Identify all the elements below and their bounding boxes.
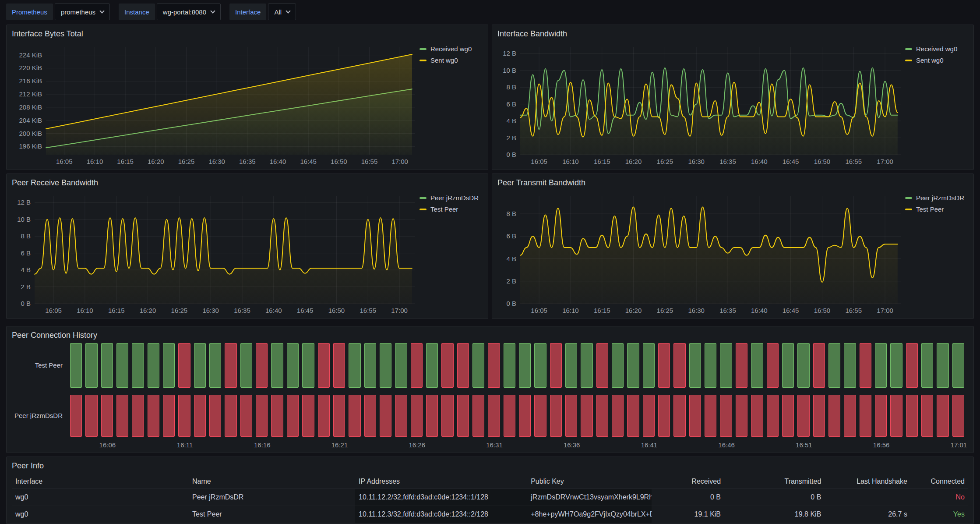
y-axis-label: 0 B xyxy=(506,151,516,158)
interface-bytes-total-chart[interactable]: 224 KiB220 KiB216 KiB212 KiB208 KiB204 K… xyxy=(9,42,419,167)
legend: Received wg0Sent wg0 xyxy=(419,45,484,64)
table-cell: 0 B xyxy=(724,489,825,506)
panel-interface-bandwidth: Interface Bandwidth 12 B10 B8 B6 B4 B2 B… xyxy=(492,25,974,170)
panel-peer-receive-bandwidth: Peer Receive Bandwidth 12 B10 B8 B6 B4 B… xyxy=(6,173,488,319)
timeline-state-down xyxy=(720,395,732,437)
column-header[interactable]: Public Key xyxy=(527,474,652,489)
timeline-state-down xyxy=(225,395,236,437)
series-fill xyxy=(520,82,898,155)
x-axis-label: 17:00 xyxy=(391,307,408,314)
timeline-state-down xyxy=(673,343,685,388)
variable-interface: Interface All xyxy=(229,4,296,20)
timeline-state-down xyxy=(101,395,113,437)
table-cell: Peer jRzmDsDR xyxy=(189,489,355,506)
timeline-state-down xyxy=(550,343,562,388)
table-row: wg0Peer jRzmDsDR10.11.12.2/32,fdfd:d3ad:… xyxy=(12,489,968,506)
x-axis-label: 16:50 xyxy=(328,307,345,314)
column-header[interactable]: Transmitted xyxy=(724,474,825,489)
y-axis-label: 12 B xyxy=(17,198,31,206)
y-axis-label: 2 B xyxy=(506,277,516,285)
timeline-state-down xyxy=(70,395,82,437)
peer-receive-bandwidth-chart[interactable]: 12 B10 B8 B6 B4 B2 B0 B16:0516:1016:1516… xyxy=(9,191,419,316)
variable-select-interface[interactable]: All xyxy=(268,4,296,20)
legend-item[interactable]: Test Peer xyxy=(905,205,970,213)
legend-item[interactable]: Peer jRzmDsDR xyxy=(419,194,484,202)
interface-bandwidth-chart[interactable]: 12 B10 B8 B6 B4 B2 B0 B16:0516:1016:1516… xyxy=(495,42,904,167)
table-cell: +8he+pyWH7Oa9g2FVjIxQzy04brLX+D xyxy=(527,506,652,523)
timeline-state-down xyxy=(627,395,639,437)
legend-item[interactable]: Received wg0 xyxy=(419,45,484,53)
legend-item[interactable]: Received wg0 xyxy=(905,45,970,53)
variable-instance: Instance wg-portal:8080 xyxy=(119,4,221,20)
x-axis-label: 16:15 xyxy=(117,158,134,165)
panel-title[interactable]: Interface Bandwidth xyxy=(497,29,567,39)
x-axis-label: 16:40 xyxy=(751,307,768,314)
chart-svg[interactable]: 12 B10 B8 B6 B4 B2 B0 B16:0516:1016:1516… xyxy=(9,191,419,316)
panel-title[interactable]: Interface Bytes Total xyxy=(12,29,83,39)
timeline-state-down xyxy=(519,395,531,437)
timeline-state-up xyxy=(581,343,592,388)
panel-title[interactable]: Peer Receive Bandwidth xyxy=(12,178,98,188)
y-axis-label: 6 B xyxy=(21,249,31,257)
legend-label: Test Peer xyxy=(916,205,944,213)
x-axis-label: 16:25 xyxy=(657,158,673,165)
timeline-state-down xyxy=(318,343,330,388)
table-header-row: InterfaceNameIP AddressesPublic KeyRecei… xyxy=(12,474,968,489)
timeline-state-down xyxy=(565,395,577,437)
panel-title[interactable]: Peer Transmit Bandwidth xyxy=(497,178,585,188)
timeline-state-up xyxy=(875,343,887,388)
timeline-state-down xyxy=(132,395,144,437)
legend-label: Test Peer xyxy=(430,205,458,213)
panel-title[interactable]: Peer Info xyxy=(12,461,44,471)
chart-svg[interactable]: 8 B6 B4 B2 B0 B16:0516:1016:1516:2016:25… xyxy=(495,191,904,316)
panel-title[interactable]: Peer Connection History xyxy=(12,331,97,340)
x-axis-label: 16:20 xyxy=(625,307,642,314)
y-axis-label: 10 B xyxy=(17,216,31,223)
legend-item[interactable]: Peer jRzmDsDR xyxy=(905,194,970,202)
column-header[interactable]: Received xyxy=(652,474,724,489)
timeline-state-up xyxy=(627,343,639,388)
y-axis-label: 2 B xyxy=(506,134,516,142)
x-axis-label: 16:51 xyxy=(796,441,812,449)
x-axis-label: 16:15 xyxy=(108,307,125,314)
timeline-state-down xyxy=(426,395,438,437)
variable-select-instance[interactable]: wg-portal:8080 xyxy=(157,4,221,20)
y-axis-label: 6 B xyxy=(506,232,516,240)
x-axis-label: 16:30 xyxy=(688,307,705,314)
legend-item[interactable]: Sent wg0 xyxy=(419,57,484,64)
column-header[interactable]: Connected xyxy=(911,474,968,489)
timeline-state-up xyxy=(70,343,82,388)
column-header[interactable]: Interface xyxy=(12,474,189,489)
legend: Received wg0Sent wg0 xyxy=(905,45,970,64)
x-axis-label: 16:25 xyxy=(178,158,195,165)
timeline-state-down xyxy=(395,395,407,437)
peer-connection-timeline[interactable]: Test PeerPeer jRzmDsDR16:0616:1116:1616:… xyxy=(12,343,966,450)
variable-select-prometheus[interactable]: prometheus xyxy=(55,4,110,20)
timeline-state-down xyxy=(612,395,624,437)
x-axis-label: 16:30 xyxy=(688,158,705,165)
legend-label: Received wg0 xyxy=(430,45,472,53)
legend-item[interactable]: Sent wg0 xyxy=(905,57,970,64)
column-header[interactable]: Name xyxy=(189,474,355,489)
variable-label-interface: Interface xyxy=(229,4,266,20)
timeline-state-down xyxy=(797,395,809,437)
timeline-state-up xyxy=(504,343,515,388)
column-header[interactable]: Last Handshake xyxy=(825,474,911,489)
x-axis-label: 16:16 xyxy=(254,441,271,449)
x-axis-label: 16:46 xyxy=(718,441,735,449)
timeline-state-down xyxy=(534,395,546,437)
peer-transmit-bandwidth-chart[interactable]: 8 B6 B4 B2 B0 B16:0516:1016:1516:2016:25… xyxy=(495,191,904,316)
y-axis-label: 6 B xyxy=(506,100,516,108)
timeline-state-down xyxy=(767,343,779,388)
column-header[interactable]: IP Addresses xyxy=(355,474,527,489)
timeline-state-up xyxy=(380,343,391,388)
chart-svg[interactable]: 224 KiB220 KiB216 KiB212 KiB208 KiB204 K… xyxy=(9,42,419,167)
x-axis-label: 16:05 xyxy=(45,307,62,314)
timeline-state-down xyxy=(256,395,268,437)
chevron-down-icon xyxy=(99,8,104,13)
timeline-state-up xyxy=(271,343,283,388)
y-axis-label: 196 KiB xyxy=(19,142,42,150)
chart-svg[interactable]: 12 B10 B8 B6 B4 B2 B0 B16:0516:1016:1516… xyxy=(495,42,904,167)
table-cell xyxy=(825,489,911,506)
legend-item[interactable]: Test Peer xyxy=(419,205,484,213)
